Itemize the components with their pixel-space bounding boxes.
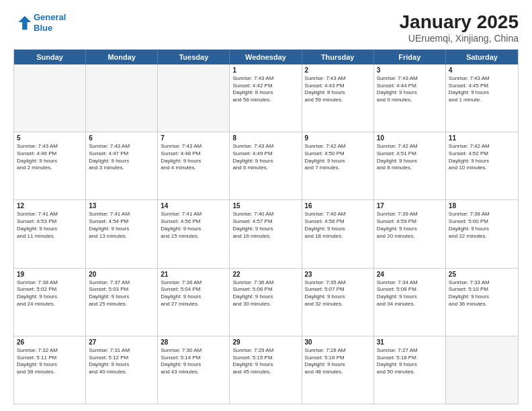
day-number-9: 9 xyxy=(305,134,371,142)
day-number-1: 1 xyxy=(232,66,298,74)
day-number-18: 18 xyxy=(449,202,515,210)
calendar-cell-r3-c2: 21Sunrise: 7:36 AM Sunset: 5:04 PM Dayli… xyxy=(158,269,230,336)
calendar-cell-r1-c6: 11Sunrise: 7:42 AM Sunset: 4:52 PM Dayli… xyxy=(446,132,518,199)
day-info-30: Sunrise: 7:28 AM Sunset: 5:16 PM Dayligh… xyxy=(305,347,371,376)
calendar-cell-r2-c6: 18Sunrise: 7:38 AM Sunset: 5:00 PM Dayli… xyxy=(446,200,518,267)
day-info-5: Sunrise: 7:43 AM Sunset: 4:46 PM Dayligh… xyxy=(17,143,83,172)
weekday-wednesday: Wednesday xyxy=(230,50,302,64)
day-number-15: 15 xyxy=(232,202,298,210)
svg-marker-0 xyxy=(18,15,31,30)
calendar-cell-r0-c0 xyxy=(14,64,86,132)
logo: General Blue xyxy=(13,12,66,33)
day-info-2: Sunrise: 7:43 AM Sunset: 4:43 PM Dayligh… xyxy=(305,75,371,104)
day-number-21: 21 xyxy=(161,271,226,278)
day-info-1: Sunrise: 7:43 AM Sunset: 4:42 PM Dayligh… xyxy=(232,75,298,104)
calendar-cell-r1-c2: 7Sunrise: 7:43 AM Sunset: 4:48 PM Daylig… xyxy=(158,132,230,199)
calendar-cell-r0-c3: 1Sunrise: 7:43 AM Sunset: 4:42 PM Daylig… xyxy=(230,64,302,132)
calendar-cell-r0-c4: 2Sunrise: 7:43 AM Sunset: 4:43 PM Daylig… xyxy=(302,64,374,132)
day-info-13: Sunrise: 7:41 AM Sunset: 4:54 PM Dayligh… xyxy=(89,211,154,240)
calendar-cell-r3-c4: 23Sunrise: 7:35 AM Sunset: 5:07 PM Dayli… xyxy=(302,269,374,336)
calendar-cell-r4-c4: 30Sunrise: 7:28 AM Sunset: 5:16 PM Dayli… xyxy=(302,336,374,404)
day-info-14: Sunrise: 7:41 AM Sunset: 4:56 PM Dayligh… xyxy=(161,211,226,240)
weekday-monday: Monday xyxy=(86,50,158,64)
calendar: Sunday Monday Tuesday Wednesday Thursday… xyxy=(13,49,519,404)
calendar-cell-r3-c5: 24Sunrise: 7:34 AM Sunset: 5:08 PM Dayli… xyxy=(374,269,446,336)
day-number-17: 17 xyxy=(377,202,443,210)
day-number-30: 30 xyxy=(305,338,371,346)
day-number-25: 25 xyxy=(449,271,515,278)
day-number-8: 8 xyxy=(232,134,298,142)
calendar-cell-r0-c5: 3Sunrise: 7:43 AM Sunset: 4:44 PM Daylig… xyxy=(374,64,446,132)
calendar-cell-r4-c0: 26Sunrise: 7:32 AM Sunset: 5:11 PM Dayli… xyxy=(14,336,86,404)
calendar-cell-r4-c5: 31Sunrise: 7:27 AM Sunset: 5:18 PM Dayli… xyxy=(374,336,446,404)
day-number-23: 23 xyxy=(305,271,371,278)
weekday-thursday: Thursday xyxy=(302,50,374,64)
day-info-27: Sunrise: 7:31 AM Sunset: 5:12 PM Dayligh… xyxy=(89,347,154,376)
day-number-22: 22 xyxy=(232,271,298,278)
day-number-29: 29 xyxy=(232,338,298,346)
day-info-28: Sunrise: 7:30 AM Sunset: 5:14 PM Dayligh… xyxy=(161,347,226,376)
day-number-3: 3 xyxy=(377,66,443,74)
day-info-29: Sunrise: 7:29 AM Sunset: 5:15 PM Dayligh… xyxy=(232,347,298,376)
day-info-6: Sunrise: 7:43 AM Sunset: 4:47 PM Dayligh… xyxy=(89,143,154,172)
day-info-4: Sunrise: 7:43 AM Sunset: 4:45 PM Dayligh… xyxy=(449,75,515,104)
title-block: January 2025 UEruemqi, Xinjiang, China xyxy=(400,12,519,44)
day-info-22: Sunrise: 7:36 AM Sunset: 5:06 PM Dayligh… xyxy=(232,279,298,308)
day-number-26: 26 xyxy=(17,338,83,346)
day-info-15: Sunrise: 7:40 AM Sunset: 4:57 PM Dayligh… xyxy=(232,211,298,240)
day-info-21: Sunrise: 7:36 AM Sunset: 5:04 PM Dayligh… xyxy=(161,279,226,308)
calendar-cell-r2-c2: 14Sunrise: 7:41 AM Sunset: 4:56 PM Dayli… xyxy=(158,200,230,267)
calendar-cell-r4-c1: 27Sunrise: 7:31 AM Sunset: 5:12 PM Dayli… xyxy=(86,336,158,404)
calendar-header: Sunday Monday Tuesday Wednesday Thursday… xyxy=(14,50,518,64)
calendar-row-0: 1Sunrise: 7:43 AM Sunset: 4:42 PM Daylig… xyxy=(14,64,518,132)
calendar-cell-r3-c0: 19Sunrise: 7:38 AM Sunset: 5:02 PM Dayli… xyxy=(14,269,86,336)
weekday-friday: Friday xyxy=(374,50,446,64)
weekday-saturday: Saturday xyxy=(446,50,518,64)
day-info-9: Sunrise: 7:42 AM Sunset: 4:50 PM Dayligh… xyxy=(305,143,371,172)
calendar-cell-r1-c3: 8Sunrise: 7:43 AM Sunset: 4:49 PM Daylig… xyxy=(230,132,302,199)
calendar-cell-r2-c1: 13Sunrise: 7:41 AM Sunset: 4:54 PM Dayli… xyxy=(86,200,158,267)
calendar-cell-r4-c3: 29Sunrise: 7:29 AM Sunset: 5:15 PM Dayli… xyxy=(230,336,302,404)
calendar-cell-r1-c0: 5Sunrise: 7:43 AM Sunset: 4:46 PM Daylig… xyxy=(14,132,86,199)
calendar-row-3: 19Sunrise: 7:38 AM Sunset: 5:02 PM Dayli… xyxy=(14,268,518,336)
day-info-11: Sunrise: 7:42 AM Sunset: 4:52 PM Dayligh… xyxy=(449,143,515,172)
calendar-body: 1Sunrise: 7:43 AM Sunset: 4:42 PM Daylig… xyxy=(14,64,518,404)
calendar-cell-r1-c4: 9Sunrise: 7:42 AM Sunset: 4:50 PM Daylig… xyxy=(302,132,374,199)
day-info-8: Sunrise: 7:43 AM Sunset: 4:49 PM Dayligh… xyxy=(232,143,298,172)
day-number-20: 20 xyxy=(89,271,154,278)
day-number-14: 14 xyxy=(161,202,226,210)
day-number-16: 16 xyxy=(305,202,371,210)
day-number-19: 19 xyxy=(17,271,83,278)
day-number-2: 2 xyxy=(305,66,371,74)
day-info-18: Sunrise: 7:38 AM Sunset: 5:00 PM Dayligh… xyxy=(449,211,515,240)
day-info-23: Sunrise: 7:35 AM Sunset: 5:07 PM Dayligh… xyxy=(305,279,371,308)
logo-line2: Blue xyxy=(34,23,52,33)
calendar-cell-r0-c6: 4Sunrise: 7:43 AM Sunset: 4:45 PM Daylig… xyxy=(446,64,518,132)
weekday-tuesday: Tuesday xyxy=(158,50,230,64)
calendar-cell-r2-c3: 15Sunrise: 7:40 AM Sunset: 4:57 PM Dayli… xyxy=(230,200,302,267)
calendar-cell-r3-c3: 22Sunrise: 7:36 AM Sunset: 5:06 PM Dayli… xyxy=(230,269,302,336)
day-info-19: Sunrise: 7:38 AM Sunset: 5:02 PM Dayligh… xyxy=(17,279,83,308)
calendar-cell-r1-c5: 10Sunrise: 7:42 AM Sunset: 4:51 PM Dayli… xyxy=(374,132,446,199)
page: General Blue January 2025 UEruemqi, Xinj… xyxy=(0,0,532,411)
day-number-24: 24 xyxy=(377,271,443,278)
logo-icon xyxy=(13,13,32,32)
calendar-cell-r0-c2 xyxy=(158,64,230,132)
day-number-28: 28 xyxy=(161,338,226,346)
day-info-25: Sunrise: 7:33 AM Sunset: 5:10 PM Dayligh… xyxy=(449,279,515,308)
calendar-cell-r0-c1 xyxy=(86,64,158,132)
calendar-row-1: 5Sunrise: 7:43 AM Sunset: 4:46 PM Daylig… xyxy=(14,132,518,199)
calendar-row-2: 12Sunrise: 7:41 AM Sunset: 4:53 PM Dayli… xyxy=(14,199,518,267)
calendar-cell-r3-c6: 25Sunrise: 7:33 AM Sunset: 5:10 PM Dayli… xyxy=(446,269,518,336)
day-info-7: Sunrise: 7:43 AM Sunset: 4:48 PM Dayligh… xyxy=(161,143,226,172)
day-info-12: Sunrise: 7:41 AM Sunset: 4:53 PM Dayligh… xyxy=(17,211,83,240)
day-number-11: 11 xyxy=(449,134,515,142)
calendar-cell-r2-c4: 16Sunrise: 7:40 AM Sunset: 4:58 PM Dayli… xyxy=(302,200,374,267)
calendar-subtitle: UEruemqi, Xinjiang, China xyxy=(400,33,519,44)
day-info-31: Sunrise: 7:27 AM Sunset: 5:18 PM Dayligh… xyxy=(377,347,443,376)
calendar-row-4: 26Sunrise: 7:32 AM Sunset: 5:11 PM Dayli… xyxy=(14,336,518,404)
day-number-12: 12 xyxy=(17,202,83,210)
calendar-cell-r4-c2: 28Sunrise: 7:30 AM Sunset: 5:14 PM Dayli… xyxy=(158,336,230,404)
header: General Blue January 2025 UEruemqi, Xinj… xyxy=(13,12,519,44)
day-number-7: 7 xyxy=(161,134,226,142)
